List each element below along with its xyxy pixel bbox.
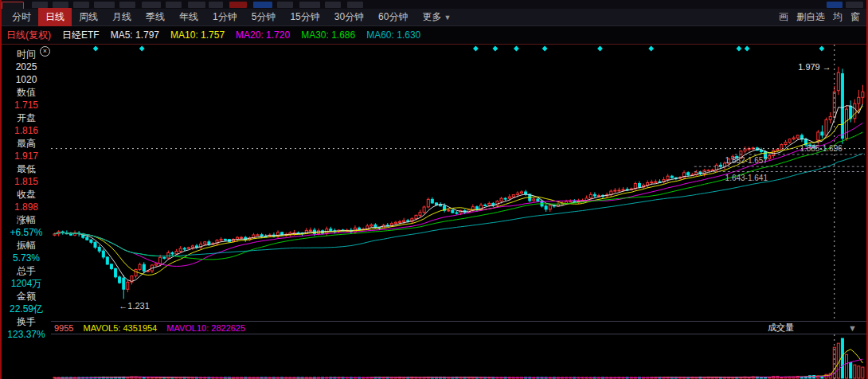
period-tab-4[interactable]: 季线 <box>139 8 172 26</box>
menu-fragment <box>53 2 68 8</box>
period-tab-10[interactable]: 60分钟 <box>371 8 415 26</box>
quote-value: 1.816 <box>2 124 51 137</box>
tool-button-2[interactable]: 均 <box>833 10 843 24</box>
quote-value: 1020 <box>2 73 51 86</box>
period-tab-2[interactable]: 周线 <box>72 8 105 26</box>
period-tab-1[interactable]: 日线 <box>38 8 72 26</box>
ma20-line <box>55 123 863 266</box>
menu-fragment <box>229 2 247 8</box>
app-window: 分时日线周线月线季线年线1分钟5分钟15分钟30分钟60分钟更多▼ 画删自选均窗… <box>0 0 868 379</box>
quote-label: 收盘 <box>2 188 51 201</box>
period-tabs: 分时日线周线月线季线年线1分钟5分钟15分钟30分钟60分钟更多▼ <box>0 9 458 25</box>
tool-button-3[interactable]: 窗 <box>850 10 860 24</box>
quote-value: 1204万 <box>2 277 51 290</box>
event-marker[interactable] <box>93 46 99 52</box>
menu-fragment <box>119 2 135 8</box>
event-marker[interactable] <box>737 46 742 52</box>
period-tab-3[interactable]: 月线 <box>105 8 139 26</box>
quote-label: 总手 <box>2 264 51 277</box>
pane-divider-2[interactable] <box>0 334 868 334</box>
event-marker[interactable] <box>597 46 603 52</box>
menu-fragment <box>846 2 863 8</box>
mavol-value-2: MAVOL10: 2822625 <box>166 323 245 333</box>
volume-chart[interactable] <box>0 334 868 379</box>
quote-row-4: 最低1.815 <box>2 162 51 188</box>
quote-label: 最高 <box>2 137 51 150</box>
event-marker[interactable] <box>514 46 519 52</box>
quote-row-6: 涨幅+6.57% <box>2 213 51 239</box>
low-price-label: ←1.231 <box>119 301 150 311</box>
mavol-values: MAVOL5: 4351954MAVOL10: 2822625 <box>83 323 245 333</box>
quote-label: 最低 <box>2 162 51 175</box>
ma-value-4: MA30: 1.686 <box>301 29 355 41</box>
menu-fragment <box>299 2 320 8</box>
caret-down-icon[interactable]: ▼ <box>848 323 857 333</box>
quote-label: 振幅 <box>2 239 51 252</box>
gap-label: 1.643-1.641 <box>725 174 768 182</box>
indicator-bar: 日线(复权) 日经ETF MA5: 1.797MA10: 1.757MA20: … <box>0 26 868 45</box>
quote-value: 2025 <box>2 61 51 73</box>
ma-value-5: MA60: 1.630 <box>366 29 420 41</box>
menu-fragment <box>325 2 341 8</box>
caret-down-icon: ▼ <box>444 14 451 21</box>
symbol-name[interactable]: 日经ETF <box>62 29 100 42</box>
period-tab-6[interactable]: 1分钟 <box>205 8 244 26</box>
quote-value: +6.57% <box>2 226 51 239</box>
event-marker[interactable] <box>139 46 145 52</box>
event-marker[interactable] <box>648 46 654 52</box>
mavol10-line <box>55 359 863 378</box>
menu-fragment <box>188 2 205 8</box>
quote-row-5: 收盘1.898 <box>2 188 51 213</box>
event-marker[interactable] <box>493 46 499 52</box>
quote-value: 1.917 <box>2 150 51 162</box>
quote-label: 涨幅 <box>2 213 51 226</box>
menu-fragment <box>827 2 843 8</box>
quote-row-9: 金额22.59亿 <box>2 290 51 315</box>
quote-label: 金额 <box>2 290 51 303</box>
menu-fragment <box>142 2 161 8</box>
period-tab-9[interactable]: 30分钟 <box>327 8 371 26</box>
quote-value: 1.898 <box>2 201 51 213</box>
tool-button-1[interactable]: 删自选 <box>796 10 825 24</box>
period-tab-7[interactable]: 5分钟 <box>244 8 283 26</box>
period-tab-8[interactable]: 15分钟 <box>283 8 326 26</box>
quote-info-panel: × 时间20251020数值1.715开盘1.816最高1.917最低1.815… <box>2 45 51 341</box>
period-tab-5[interactable]: 年线 <box>172 8 205 26</box>
menu-fragment <box>253 2 272 8</box>
quote-row-10: 换手123.37% <box>2 315 51 341</box>
quote-label: 开盘 <box>2 111 51 124</box>
quote-row-2: 开盘1.816 <box>2 111 51 137</box>
period-tabbar: 分时日线周线月线季线年线1分钟5分钟15分钟30分钟60分钟更多▼ 画删自选均窗 <box>0 9 868 26</box>
period-tab-0[interactable]: 分时 <box>5 8 38 26</box>
window-border-left <box>0 0 2 379</box>
quote-rows: 时间20251020数值1.715开盘1.816最高1.917最低1.815收盘… <box>2 48 51 341</box>
event-marker[interactable] <box>745 46 750 52</box>
event-marker[interactable] <box>542 46 548 52</box>
event-marker[interactable] <box>819 46 825 52</box>
tool-button-0[interactable]: 画 <box>779 10 788 24</box>
quote-label: 换手 <box>2 315 51 328</box>
quote-label: 数值 <box>2 86 51 99</box>
ma10-line <box>55 106 863 275</box>
mavol5-line <box>55 350 863 378</box>
quote-value: 1.815 <box>2 175 51 188</box>
ma-value-1: MA5: 1.797 <box>111 29 159 41</box>
chart-tools: 画删自选均窗 <box>779 10 868 24</box>
close-icon[interactable]: × <box>40 46 50 57</box>
menu-fragment <box>32 2 48 8</box>
volume-current-value: 9955 <box>54 323 73 333</box>
menu-fragment <box>166 2 182 8</box>
price-chart[interactable]: 1.885-1.6961.852-1.6571.643-1.6411.979 →… <box>0 45 868 321</box>
quote-value: 1.715 <box>2 99 51 111</box>
event-marker[interactable] <box>473 46 479 52</box>
quote-value: 5.73% <box>2 252 51 264</box>
volume-bars <box>53 338 864 378</box>
volume-pane-label[interactable]: 成交量 <box>768 322 794 334</box>
gap-label: 1.852-1.657 <box>725 156 768 165</box>
quote-row-7: 振幅5.73% <box>2 239 51 264</box>
period-mode-label[interactable]: 日线(复权) <box>6 29 51 42</box>
quote-value: 22.59亿 <box>2 303 51 315</box>
quote-row-8: 总手1204万 <box>2 264 51 290</box>
ma5-line <box>55 104 863 282</box>
period-tab-11[interactable]: 更多▼ <box>415 8 458 26</box>
